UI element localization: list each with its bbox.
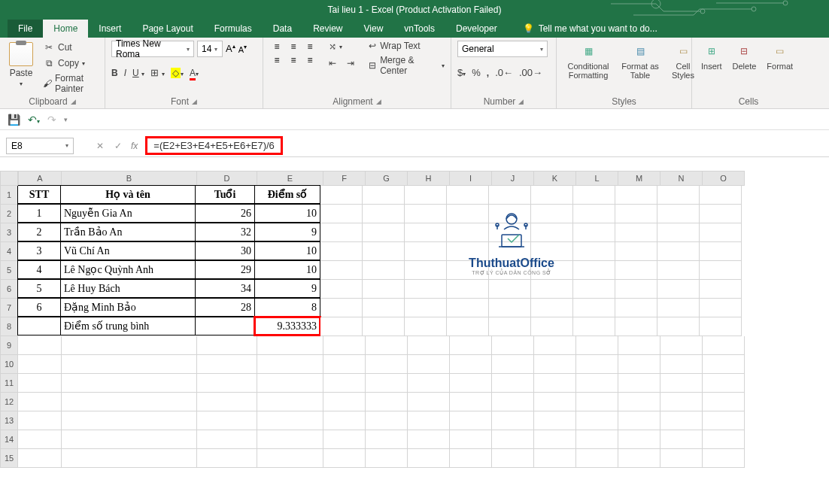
enter-formula-button[interactable]: ✓ <box>114 141 122 151</box>
cell[interactable] <box>573 261 615 280</box>
cell[interactable] <box>492 393 534 411</box>
name-box[interactable]: E8▾ <box>6 138 74 154</box>
cell[interactable] <box>18 393 62 411</box>
insert-cell-button[interactable]: ⊞Insert <box>698 41 725 72</box>
cell[interactable] <box>492 374 534 393</box>
cell[interactable] <box>363 299 405 317</box>
cell[interactable] <box>323 336 366 355</box>
cell-empty[interactable] <box>17 317 61 335</box>
cell[interactable] <box>534 336 576 355</box>
cell[interactable] <box>492 430 534 449</box>
tab-home[interactable]: Home <box>43 20 88 38</box>
cell[interactable] <box>573 299 615 317</box>
cell[interactable] <box>320 299 363 317</box>
cell-age[interactable]: 32 <box>195 223 255 241</box>
cell-stt[interactable]: 1 <box>17 204 61 223</box>
cell[interactable] <box>62 449 197 468</box>
tab-developer[interactable]: Developer <box>445 20 508 38</box>
row-header-5[interactable]: 5 <box>0 261 18 280</box>
row-header-7[interactable]: 7 <box>0 299 18 317</box>
cell[interactable] <box>366 336 408 355</box>
cell[interactable] <box>18 411 62 430</box>
cell[interactable] <box>657 317 700 336</box>
cell[interactable] <box>534 393 576 411</box>
cell[interactable] <box>618 393 660 411</box>
qat-customize-button[interactable]: ▾ <box>64 116 68 123</box>
cell[interactable] <box>408 336 450 355</box>
cell[interactable] <box>197 449 257 468</box>
align-left-button[interactable]: ≡ <box>269 54 284 66</box>
cell[interactable] <box>405 242 447 261</box>
cell[interactable] <box>363 261 405 280</box>
cell[interactable] <box>615 261 657 280</box>
cell[interactable] <box>573 280 615 299</box>
cell[interactable] <box>197 430 257 449</box>
cell-name[interactable]: Lê Huy Bách <box>60 279 196 298</box>
row-header-14[interactable]: 14 <box>0 430 18 449</box>
cell[interactable] <box>257 430 323 449</box>
copy-button[interactable]: ⧉Copy ▾ <box>41 56 99 70</box>
cell[interactable] <box>703 393 745 411</box>
cell[interactable] <box>257 336 323 355</box>
font-color-button[interactable]: A▾ <box>190 67 199 78</box>
col-header-H[interactable]: H <box>408 171 450 186</box>
row-header-3[interactable]: 3 <box>0 223 18 242</box>
conditional-formatting-button[interactable]: ▦Conditional Formatting <box>563 41 614 81</box>
cell[interactable] <box>492 411 534 430</box>
cell[interactable] <box>489 280 531 299</box>
cell[interactable] <box>62 411 197 430</box>
cell[interactable] <box>703 411 745 430</box>
align-right-button[interactable]: ≡ <box>302 54 317 66</box>
cell[interactable] <box>700 242 742 261</box>
cell[interactable] <box>405 261 447 280</box>
delete-cell-button[interactable]: ⊟Delete <box>730 41 760 72</box>
tab-review[interactable]: Review <box>302 20 353 38</box>
cell[interactable] <box>363 317 405 336</box>
cell-age[interactable]: 28 <box>195 298 255 317</box>
col-header-O[interactable]: O <box>703 171 745 186</box>
cell[interactable] <box>531 299 573 317</box>
cell[interactable] <box>408 430 450 449</box>
cell[interactable] <box>660 449 703 468</box>
cell[interactable] <box>660 374 703 393</box>
col-header-E[interactable]: E <box>257 171 323 186</box>
col-header-K[interactable]: K <box>534 171 576 186</box>
cell[interactable] <box>405 280 447 299</box>
cell[interactable] <box>576 336 618 355</box>
cell[interactable] <box>618 374 660 393</box>
format-as-table-button[interactable]: ▤Format as Table <box>618 41 662 81</box>
cell-age[interactable]: 29 <box>195 260 255 279</box>
undo-button[interactable]: ↶▾ <box>28 114 40 126</box>
cell[interactable] <box>366 393 408 411</box>
cell[interactable] <box>450 374 492 393</box>
cell[interactable] <box>618 430 660 449</box>
cell[interactable] <box>576 355 618 374</box>
cell[interactable] <box>534 449 576 468</box>
cell[interactable] <box>18 355 62 374</box>
percent-button[interactable]: % <box>472 67 481 78</box>
cell[interactable] <box>197 393 257 411</box>
cell-score[interactable]: 10 <box>254 260 320 279</box>
cell[interactable] <box>660 411 703 430</box>
cell[interactable] <box>573 317 615 336</box>
cell[interactable] <box>18 336 62 355</box>
cell-score[interactable]: 10 <box>254 204 320 223</box>
cell[interactable] <box>615 317 657 336</box>
row-header-10[interactable]: 10 <box>0 355 18 374</box>
cell[interactable] <box>450 336 492 355</box>
select-all-corner[interactable] <box>0 171 18 186</box>
cell[interactable] <box>18 430 62 449</box>
col-header-G[interactable]: G <box>366 171 408 186</box>
cell[interactable] <box>405 205 447 223</box>
cell-name[interactable]: Lê Ngọc Quỳnh Anh <box>60 260 196 279</box>
cell[interactable] <box>618 411 660 430</box>
row-header-8[interactable]: 8 <box>0 317 18 336</box>
save-button[interactable]: 💾 <box>8 114 20 126</box>
row-header-11[interactable]: 11 <box>0 374 18 393</box>
cell[interactable] <box>531 317 573 336</box>
cell-stt[interactable]: 4 <box>17 260 61 279</box>
col-header-I[interactable]: I <box>450 171 492 186</box>
cell[interactable] <box>657 261 700 280</box>
cell-avg-label[interactable]: Điểm số trung bình <box>60 317 196 335</box>
cell[interactable] <box>531 280 573 299</box>
